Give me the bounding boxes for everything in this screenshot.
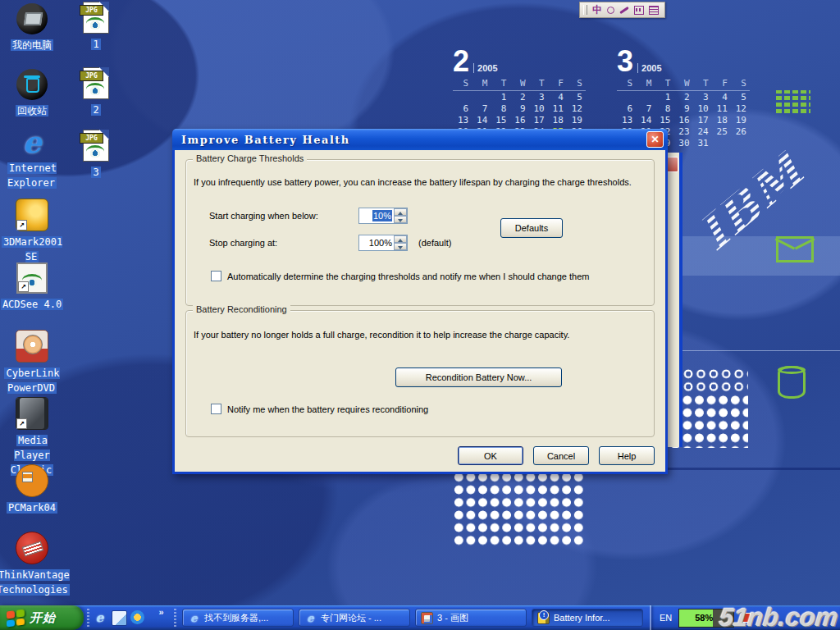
desktop-icon-label: 3 — [91, 167, 100, 178]
windows-flag-icon — [7, 609, 25, 627]
desktop-icon-internet-explorer[interactable]: eInternet Explorer — [0, 126, 67, 189]
ime-width-toggle-icon[interactable] — [607, 7, 614, 14]
thinkvantage-icon — [16, 532, 48, 564]
group-legend: Battery Charge Thresholds — [193, 153, 307, 163]
spin-down-icon[interactable] — [394, 243, 407, 250]
calendar-day-headers: SMTWTFS — [453, 75, 586, 91]
task-buttons: e找不到服务器,...e专门网论坛 - ...3 - 画图Battery Inf… — [182, 609, 643, 627]
internet-explorer-icon: e — [16, 126, 48, 158]
thresholds-description: If you infrequently use battery power, y… — [194, 177, 653, 187]
desktop-icon-jpg-file-1[interactable]: JPG1 — [61, 2, 131, 51]
desktop-icon-label: PCMark04 — [7, 502, 57, 514]
ime-language-bar[interactable]: 中 — [579, 2, 665, 18]
wallpaper-line — [681, 350, 840, 351]
calendar-year: 2005 — [637, 63, 661, 73]
task-button-label: 3 - 画图 — [437, 612, 468, 624]
desktop-icon-pcmark04[interactable]: PCMark04 — [0, 464, 67, 514]
jpg-file-icon: JPG — [83, 2, 109, 34]
ime-soft-keyboard-icon[interactable] — [634, 6, 644, 15]
battery-icon — [537, 612, 550, 624]
quick-launch-show-desktop-icon[interactable] — [112, 610, 127, 626]
auto-thresholds-checkbox-label[interactable]: Automatically determine the charging thr… — [227, 272, 654, 281]
desktop-icon-label: Internet Explorer — [7, 162, 57, 189]
defaults-button[interactable]: Defaults — [500, 218, 563, 238]
calendar-year: 2005 — [473, 63, 497, 73]
help-button[interactable]: Help — [599, 446, 655, 465]
stop-charging-value[interactable]: 100% — [359, 235, 394, 250]
close-icon[interactable]: ✕ — [646, 131, 664, 148]
grid-glyph-icon — [776, 90, 810, 113]
quick-launch-media-icon[interactable] — [130, 610, 144, 624]
acdsee-icon — [16, 262, 48, 294]
3dmark2001-icon — [16, 199, 48, 231]
group-legend: Battery Reconditioning — [193, 304, 290, 314]
task-button-battery[interactable]: Battery Infor... — [532, 609, 643, 627]
spin-up-icon[interactable] — [394, 208, 407, 216]
stop-charging-label: Stop charging at: — [209, 238, 277, 248]
task-button-ie[interactable]: e专门网论坛 - ... — [299, 609, 410, 627]
paint-icon — [421, 612, 433, 624]
dialog-titlebar[interactable]: Improve Battery Health ✕ — [172, 129, 668, 150]
desktop-icon-jpg-file-2[interactable]: JPG2 — [61, 67, 131, 116]
calendar-february: 2 2005 SMTWTFS 1234567891011121314151617… — [453, 46, 586, 136]
desktop-icon-jpg-file-3[interactable]: JPG3 — [61, 130, 131, 179]
quick-launch-chevron-icon[interactable]: » — [154, 607, 168, 621]
desktop-icon-recycle-bin[interactable]: 回收站 — [0, 69, 67, 117]
ime-chinese-mode-icon[interactable]: 中 — [592, 5, 602, 15]
cancel-button[interactable]: Cancel — [533, 446, 589, 465]
improve-battery-health-dialog: Improve Battery Health ✕ Battery Charge … — [172, 129, 668, 474]
auto-thresholds-checkbox[interactable] — [211, 271, 221, 281]
notify-reconditioning-checkbox-label[interactable]: Notify me when the battery requires reco… — [227, 404, 637, 414]
task-button-paint[interactable]: 3 - 画图 — [415, 609, 527, 627]
desktop-icon-thinkvantage[interactable]: ThinkVantage Technologies — [0, 532, 67, 596]
desktop-icon-label: 2 — [91, 104, 100, 116]
task-button-label: 专门网论坛 - ... — [321, 612, 381, 624]
dialog-title: Improve Battery Health — [181, 134, 646, 146]
start-charging-spinner[interactable]: 10% — [358, 208, 408, 224]
jpg-file-icon: JPG — [83, 67, 109, 99]
start-button[interactable]: 开始 — [0, 605, 84, 630]
calendar-month-number: 2 — [453, 48, 469, 75]
calendar-day-headers: SMTWTFS — [617, 75, 750, 91]
recycle-bin-icon — [16, 69, 48, 100]
cylinder-icon — [778, 366, 806, 399]
quick-launch-ie-icon[interactable]: e — [93, 610, 107, 624]
desktop-icon-label: ThinkVantage Technologies — [0, 569, 70, 596]
ie-icon: e — [188, 612, 200, 624]
spin-down-icon[interactable] — [394, 216, 407, 223]
ime-menu-icon[interactable] — [649, 6, 659, 15]
desktop-icon-label: ACDSee 4.0 — [1, 299, 63, 310]
recondition-battery-button[interactable]: Recondition Battery Now... — [395, 368, 562, 387]
desktop-icon-acdsee[interactable]: ACDSee 4.0 — [0, 262, 67, 311]
taskbar-separator — [174, 609, 176, 627]
task-button-ie[interactable]: e找不到服务器,... — [182, 609, 294, 627]
ie-icon: e — [304, 612, 317, 624]
ime-pen-icon[interactable] — [619, 6, 629, 13]
notify-reconditioning-checkbox[interactable] — [211, 404, 221, 414]
jpg-file-icon: JPG — [83, 130, 109, 162]
taskbar: 开始 e » e找不到服务器,...e专门网论坛 - ...3 - 画图Batt… — [0, 605, 840, 630]
task-button-label: Battery Infor... — [554, 613, 609, 623]
stop-charging-spinner[interactable]: 100% — [358, 235, 408, 251]
background-window-button[interactable] — [666, 157, 678, 172]
reconditioning-description: If your battery no longer holds a full c… — [194, 330, 653, 340]
desktop-icon-3dmark2001[interactable]: 3DMark2001 SE — [0, 199, 67, 263]
default-suffix-label: (default) — [418, 238, 451, 248]
spin-up-icon[interactable] — [394, 235, 407, 243]
dot-pattern — [453, 471, 584, 548]
task-button-label: 找不到服务器,... — [204, 612, 268, 624]
desktop-icon-my-computer[interactable]: 我的电脑 — [0, 3, 67, 52]
my-computer-icon — [16, 3, 48, 34]
pcmark04-icon — [16, 464, 48, 497]
taskbar-separator — [87, 609, 89, 627]
envelope-icon — [776, 236, 814, 262]
language-indicator[interactable]: EN — [660, 613, 672, 623]
desktop: IBM 2 2005 SMTWTFS 123456789101112131415… — [0, 0, 840, 630]
desktop-icon-label: 3DMark2001 SE — [2, 236, 62, 262]
desktop-icon-powerdvd[interactable]: CyberLink PowerDVD — [0, 330, 67, 395]
start-charging-label: Start charging when below: — [209, 211, 318, 221]
desktop-icon-label: 我的电脑 — [11, 39, 53, 51]
ime-grip-handle[interactable] — [583, 5, 587, 15]
start-charging-value[interactable]: 10% — [372, 210, 392, 221]
ok-button[interactable]: OK — [458, 446, 523, 465]
